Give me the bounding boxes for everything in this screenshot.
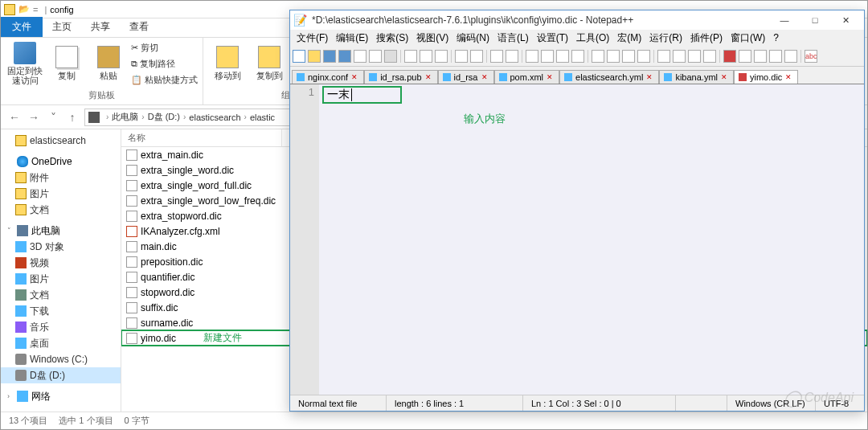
- tree-item-attachments[interactable]: 附件: [1, 170, 121, 186]
- menu-search[interactable]: 搜索(S): [373, 31, 411, 46]
- pin-button[interactable]: 固定到快速访问: [6, 39, 44, 88]
- tree-item-documents2[interactable]: 文档: [1, 287, 121, 303]
- tool-playn-icon[interactable]: [769, 50, 782, 63]
- tool-open-icon[interactable]: [308, 50, 321, 63]
- tree-item-3d-objects[interactable]: 3D 对象: [1, 239, 121, 255]
- tool-sync-h-icon[interactable]: [571, 50, 584, 63]
- crumb-this-pc[interactable]: 此电脑: [112, 111, 138, 123]
- move-to-button[interactable]: 移动到: [208, 39, 247, 88]
- menu-view[interactable]: 视图(V): [413, 31, 452, 46]
- menu-file[interactable]: 文件(F): [293, 31, 331, 46]
- copy-to-button[interactable]: 复制到: [250, 39, 289, 88]
- tab-yimo-dic[interactable]: yimo.dic✕: [734, 70, 798, 84]
- tool-chars-icon[interactable]: [607, 50, 620, 63]
- tree-item-onedrive[interactable]: OneDrive: [1, 154, 121, 170]
- close-icon[interactable]: ✕: [721, 73, 729, 81]
- nav-forward-button[interactable]: →: [27, 110, 41, 125]
- tool-stop-icon[interactable]: [739, 50, 751, 63]
- tool-monitor-icon[interactable]: [703, 50, 716, 63]
- maximize-button[interactable]: □: [800, 10, 830, 30]
- tab-id-rsa[interactable]: id_rsa✕: [438, 70, 494, 84]
- tree-item-windows-c[interactable]: Windows (C:): [1, 351, 121, 367]
- menu-language[interactable]: 语言(L): [494, 31, 532, 46]
- tab-pom-xml[interactable]: pom.xml✕: [494, 70, 560, 84]
- editor-text-area[interactable]: 一末 输入内容: [319, 84, 864, 395]
- tree-item-network[interactable]: ›网络: [1, 388, 121, 404]
- menu-help[interactable]: ?: [770, 31, 782, 44]
- menu-encoding[interactable]: 编码(N): [453, 31, 493, 46]
- tool-folder-icon[interactable]: [688, 50, 701, 63]
- tab-share[interactable]: 共享: [81, 17, 120, 37]
- tab-kibana-yml[interactable]: kibana.yml✕: [659, 70, 734, 84]
- column-name[interactable]: 名称: [121, 129, 282, 146]
- tool-replace-icon[interactable]: [506, 50, 518, 63]
- tab-elasticsearch-yml[interactable]: elasticsearch.yml✕: [559, 70, 659, 84]
- copy-button[interactable]: 复制: [47, 39, 86, 88]
- tool-doc-map-icon[interactable]: [657, 50, 670, 63]
- paste-button[interactable]: 粘贴: [89, 39, 128, 88]
- tool-find-icon[interactable]: [490, 50, 503, 63]
- tool-paste-icon[interactable]: [435, 50, 448, 63]
- tool-save-all-icon[interactable]: [338, 50, 351, 63]
- tree-item-d-drive[interactable]: D盘 (D:): [1, 367, 121, 383]
- menu-plugins[interactable]: 插件(P): [687, 31, 726, 46]
- close-icon[interactable]: ✕: [547, 73, 555, 81]
- tool-zoom-out-icon[interactable]: [541, 50, 554, 63]
- tool-close-icon[interactable]: [354, 50, 366, 63]
- tool-new-icon[interactable]: [293, 50, 305, 63]
- cut-button[interactable]: ✂ 剪切: [131, 40, 198, 55]
- tool-save-macro-icon[interactable]: [784, 50, 797, 63]
- nav-back-button[interactable]: ←: [7, 110, 22, 125]
- tool-save-icon[interactable]: [323, 50, 336, 63]
- menu-window[interactable]: 窗口(W): [727, 31, 768, 46]
- menu-run[interactable]: 运行(R): [646, 31, 686, 46]
- menu-macro[interactable]: 宏(M): [614, 31, 645, 46]
- close-icon[interactable]: ✕: [481, 73, 489, 81]
- tab-id-rsa-pub[interactable]: id_rsa.pub✕: [364, 70, 437, 84]
- copy-path-button[interactable]: ⧉ 复制路径: [131, 56, 198, 71]
- crumb-elastic[interactable]: elastic: [250, 113, 275, 122]
- menu-settings[interactable]: 设置(T): [534, 31, 571, 46]
- menu-edit[interactable]: 编辑(E): [333, 31, 371, 46]
- file-tab[interactable]: 文件: [1, 17, 43, 37]
- tool-close-all-icon[interactable]: [369, 50, 382, 63]
- nav-up-button[interactable]: ↑: [65, 110, 80, 125]
- tool-zoom-in-icon[interactable]: [526, 50, 538, 63]
- tool-record-icon[interactable]: [723, 50, 736, 63]
- crumb-d-drive[interactable]: D盘 (D:): [148, 111, 180, 123]
- menu-tools[interactable]: 工具(O): [573, 31, 612, 46]
- tool-undo-icon[interactable]: [455, 50, 468, 63]
- tab-nginx-conf[interactable]: nginx.conf✕: [292, 70, 364, 84]
- tool-spellcheck-icon[interactable]: abc: [805, 50, 817, 63]
- tool-wrap-icon[interactable]: [592, 50, 604, 63]
- tool-indent-icon[interactable]: [622, 50, 635, 63]
- tool-cut-icon[interactable]: [404, 50, 417, 63]
- tree-item-downloads[interactable]: 下载: [1, 303, 121, 319]
- tool-sync-v-icon[interactable]: [556, 50, 569, 63]
- tree-item-elasticsearch[interactable]: elasticsearch: [1, 133, 121, 149]
- tree-item-pictures[interactable]: 图片: [1, 186, 121, 202]
- tool-lang-icon[interactable]: [637, 50, 650, 63]
- tree-item-videos[interactable]: 视频: [1, 255, 121, 271]
- tool-copy-icon[interactable]: [420, 50, 432, 63]
- tree-item-documents[interactable]: 文档: [1, 202, 121, 218]
- close-icon[interactable]: ✕: [425, 73, 433, 81]
- close-icon[interactable]: ✕: [646, 73, 654, 81]
- tool-func-list-icon[interactable]: [673, 50, 686, 63]
- tree-item-desktop[interactable]: 桌面: [1, 335, 121, 351]
- tool-print-icon[interactable]: [384, 50, 397, 63]
- close-icon[interactable]: ✕: [351, 73, 359, 81]
- tool-play-icon[interactable]: [754, 50, 767, 63]
- npp-titlebar[interactable]: 📝 *D:\elasticsearch\elasticsearch-7.6.1\…: [290, 10, 864, 30]
- tool-redo-icon[interactable]: [470, 50, 483, 63]
- tab-view[interactable]: 查看: [120, 17, 158, 37]
- close-button[interactable]: ✕: [830, 10, 861, 30]
- minimize-button[interactable]: —: [769, 10, 800, 30]
- tree-item-music[interactable]: 音乐: [1, 319, 121, 335]
- paste-shortcut-button[interactable]: 📋 粘贴快捷方式: [131, 72, 198, 87]
- crumb-elasticsearch[interactable]: elasticsearch: [189, 113, 240, 122]
- npp-editor[interactable]: 1 一末 输入内容: [290, 84, 864, 395]
- close-icon[interactable]: ✕: [785, 73, 793, 81]
- tree-item-this-pc[interactable]: ˅此电脑: [1, 223, 121, 239]
- tree-item-pictures2[interactable]: 图片: [1, 271, 121, 287]
